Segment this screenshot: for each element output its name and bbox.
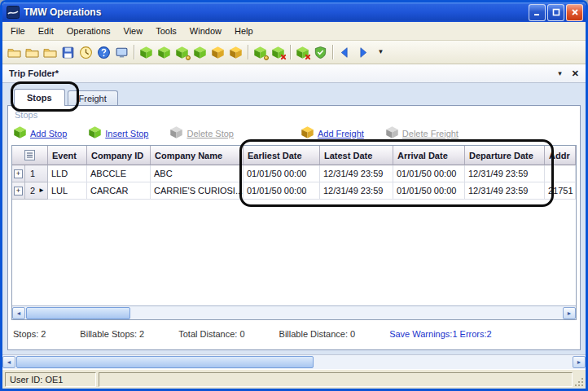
help-icon[interactable] [95, 43, 112, 61]
history-clock-icon[interactable] [77, 43, 94, 61]
cell-earliest-date[interactable]: 01/01/50 00:00 [244, 182, 320, 200]
app-window: TMW Operations File Edit Operations View… [0, 0, 588, 391]
menu-file[interactable]: File [4, 24, 32, 38]
stop-coin-icon[interactable] [173, 43, 191, 61]
nav-dropdown-icon[interactable]: ▼ [372, 43, 389, 61]
grid-horizontal-scrollbar[interactable]: ◄ ► [12, 305, 576, 319]
menu-view[interactable]: View [117, 24, 150, 38]
tab-stops[interactable]: Stops [14, 89, 65, 106]
cell-address[interactable] [545, 165, 576, 182]
cell-arrival-date[interactable]: 01/01/50 00:00 [393, 182, 465, 200]
trip-folder-bar: Trip Folder* ▾ ✕ [2, 64, 586, 83]
delete-stop-label: Delete Stop [186, 129, 233, 138]
row-number-cell[interactable]: 1 [25, 165, 48, 182]
scroll-left-button[interactable]: ◄ [2, 356, 15, 368]
open-trip-folder-icon[interactable] [24, 43, 41, 61]
column-header-address[interactable]: Addr [545, 146, 576, 165]
scroll-right-button[interactable]: ► [573, 356, 586, 368]
remove-overlay-icon [305, 54, 311, 60]
cell-latest-date[interactable]: 12/31/49 23:59 [320, 165, 393, 182]
copy-trip-folder-icon[interactable] [42, 43, 59, 61]
assign-monitor-icon[interactable] [113, 43, 130, 61]
tab-freight[interactable]: Freight [68, 90, 118, 106]
cell-company-id[interactable]: ABCCLE [87, 165, 151, 182]
add-stop-tool-icon[interactable] [138, 43, 155, 61]
menu-help[interactable]: Help [228, 24, 260, 38]
insert-stop-label: Insert Stop [105, 129, 148, 138]
billing-icon[interactable] [252, 43, 269, 61]
cell-event[interactable]: LLD [48, 165, 87, 182]
trip-folder-close-icon[interactable]: ✕ [572, 69, 579, 78]
insert-stop-tool-icon[interactable] [156, 43, 173, 61]
column-header-latest-date[interactable]: Latest Date [320, 146, 393, 165]
column-chooser-button[interactable] [12, 146, 48, 165]
scroll-left-button[interactable]: ◄ [12, 307, 25, 319]
stop-forward-icon[interactable] [191, 43, 208, 61]
page-horizontal-scrollbar[interactable]: ◄ ► [2, 354, 586, 369]
tab-strip: Stops Freight [2, 83, 586, 106]
nav-back-icon[interactable] [336, 43, 353, 61]
summary-total-distance: Total Distance: 0 [178, 329, 244, 339]
stops-caption: Stops [11, 109, 577, 124]
expand-toggle[interactable]: + [12, 165, 25, 182]
stops-actions: Add Stop Insert Stop Delete Stop Add Fre… [11, 124, 577, 143]
close-button[interactable] [566, 4, 583, 21]
delete-stop-link[interactable]: Delete Stop [169, 125, 233, 143]
row-number-cell[interactable]: 2► [25, 182, 48, 200]
cell-departure-date[interactable]: 12/31/49 23:59 [465, 165, 545, 182]
cancel-trip-icon[interactable] [294, 43, 311, 61]
cell-earliest-date[interactable]: 01/01/50 00:00 [244, 165, 320, 182]
add-freight-label: Add Freight [318, 129, 364, 138]
delete-freight-link[interactable]: Delete Freight [385, 125, 459, 143]
column-header-arrival-date[interactable]: Arrival Date [393, 146, 465, 165]
scroll-track[interactable] [25, 307, 563, 319]
minimize-button[interactable] [529, 4, 546, 21]
expand-toggle[interactable]: + [12, 182, 25, 200]
table-row[interactable]: + 2► LUL CARCAR CARRIE'S CURIOSI... 01/0… [12, 182, 576, 200]
cell-departure-date[interactable]: 12/31/49 23:59 [465, 182, 545, 200]
scroll-thumb[interactable] [26, 307, 130, 319]
add-freight-link[interactable]: Add Freight [301, 125, 364, 143]
save-warnings-link[interactable]: Save Warnings:1 Errors:2 [389, 329, 492, 339]
cell-company-name[interactable]: ABC [151, 165, 244, 182]
expand-plus-icon[interactable]: + [14, 187, 23, 196]
column-header-departure-date[interactable]: Departure Date [465, 146, 545, 165]
title-bar[interactable]: TMW Operations [2, 2, 586, 22]
add-stop-link[interactable]: Add Stop [13, 125, 67, 143]
expand-plus-icon[interactable]: + [14, 169, 23, 178]
scroll-right-button[interactable]: ► [563, 307, 576, 319]
current-row-marker-icon: ► [38, 187, 45, 194]
cell-company-name[interactable]: CARRIE'S CURIOSI... [151, 182, 244, 200]
scroll-track[interactable] [15, 356, 573, 368]
freight-box-alt-icon[interactable] [227, 43, 244, 61]
save-icon[interactable] [59, 43, 77, 61]
maximize-button[interactable] [547, 4, 564, 21]
column-header-earliest-date[interactable]: Earliest Date [244, 146, 320, 165]
cell-arrival-date[interactable]: 01/01/50 00:00 [393, 165, 465, 182]
scroll-thumb[interactable] [16, 356, 314, 368]
validate-shield-icon[interactable] [312, 43, 329, 61]
new-trip-folder-icon[interactable] [6, 43, 23, 61]
menu-edit[interactable]: Edit [32, 24, 60, 38]
cell-company-id[interactable]: CARCAR [87, 182, 151, 200]
toolbar-separator [134, 45, 134, 59]
column-header-company-name[interactable]: Company Name [151, 146, 244, 165]
table-row[interactable]: + 1 LLD ABCCLE ABC 01/01/50 00:00 12/31/… [12, 165, 576, 182]
column-header-company-id[interactable]: Company ID [87, 146, 151, 165]
cell-event[interactable]: LUL [48, 182, 87, 200]
trip-folder-menu-caret-icon[interactable]: ▾ [558, 70, 562, 77]
column-header-event[interactable]: Event [48, 146, 87, 165]
resize-grip[interactable] [574, 377, 584, 387]
coin-overlay-icon [264, 55, 269, 60]
freight-box-icon[interactable] [209, 43, 226, 61]
insert-stop-link[interactable]: Insert Stop [88, 125, 148, 143]
column-chooser-icon [24, 150, 35, 160]
cell-address[interactable]: 21751 [545, 182, 576, 200]
billing-remove-icon[interactable] [270, 43, 287, 61]
menu-tools[interactable]: Tools [149, 24, 183, 38]
nav-forward-icon[interactable] [354, 43, 371, 61]
menu-operations[interactable]: Operations [60, 24, 117, 38]
status-user-id: User ID: OE1 [5, 372, 96, 387]
cell-latest-date[interactable]: 12/31/49 23:59 [320, 182, 393, 200]
menu-window[interactable]: Window [183, 24, 228, 38]
